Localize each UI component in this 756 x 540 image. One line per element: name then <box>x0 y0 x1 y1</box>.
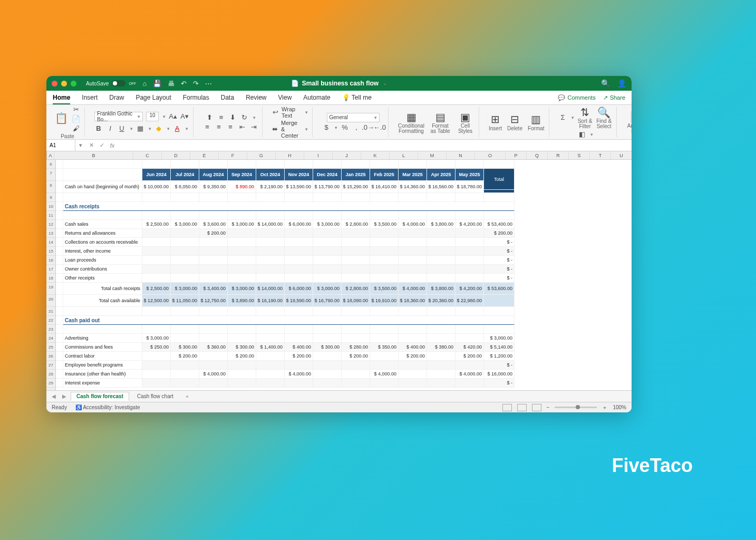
fill-color-icon[interactable]: ◆ <box>154 124 163 133</box>
orientation-icon[interactable]: ↻ <box>240 113 249 122</box>
cell[interactable]: $ 4,000.00 <box>285 370 313 379</box>
cell[interactable] <box>370 229 399 238</box>
cell[interactable] <box>399 193 427 202</box>
decrease-font-icon[interactable]: A▾ <box>180 112 189 121</box>
cell[interactable] <box>199 247 228 256</box>
cell[interactable] <box>370 238 399 247</box>
cell[interactable] <box>56 211 63 220</box>
cell[interactable] <box>56 229 63 238</box>
col-header-J[interactable]: J <box>333 151 361 159</box>
cell[interactable]: $ 5,140.00 <box>484 343 515 352</box>
cell[interactable] <box>313 256 342 265</box>
cell[interactable] <box>484 325 515 334</box>
cell[interactable] <box>399 325 427 334</box>
cell[interactable] <box>399 274 427 283</box>
cell[interactable] <box>427 193 455 202</box>
cell[interactable]: $ 4,000.00 <box>199 370 228 379</box>
row-header-18[interactable]: 18 <box>46 274 55 283</box>
cell[interactable]: $ 13,590.00 <box>285 181 313 193</box>
cell[interactable]: Total cash available <box>63 295 142 307</box>
cell[interactable] <box>256 229 285 238</box>
cell[interactable] <box>56 370 63 379</box>
tab-insert[interactable]: Insert <box>82 94 98 101</box>
cell[interactable]: $ 22,980.00 <box>455 295 484 307</box>
cell[interactable] <box>313 274 342 283</box>
cell[interactable] <box>399 334 427 343</box>
row-header-17[interactable]: 17 <box>46 265 55 274</box>
col-header-G[interactable]: G <box>247 151 276 159</box>
cell[interactable]: $ 12,500.00 <box>142 295 171 307</box>
col-header-Q[interactable]: Q <box>527 151 548 159</box>
cell[interactable]: $ 2,190.00 <box>256 181 285 193</box>
cell[interactable] <box>484 211 515 220</box>
cell[interactable]: $ 200.00 <box>228 352 256 361</box>
cell[interactable] <box>171 370 199 379</box>
cell[interactable] <box>228 307 256 316</box>
undo-icon[interactable]: ↶ <box>181 80 187 88</box>
cell[interactable]: Owner contributions <box>63 265 142 274</box>
cell[interactable]: $ 3,800.00 <box>427 283 455 295</box>
cell[interactable] <box>228 274 256 283</box>
cell[interactable]: $ 3,000.00 <box>313 220 342 229</box>
cell[interactable]: $ 3,000.00 <box>228 220 256 229</box>
align-right-icon[interactable]: ≡ <box>226 123 235 131</box>
cell[interactable] <box>63 160 142 169</box>
cell[interactable] <box>171 325 199 334</box>
cell[interactable] <box>455 361 484 370</box>
cell[interactable] <box>427 274 455 283</box>
cell[interactable] <box>455 247 484 256</box>
col-header-R[interactable]: R <box>548 151 569 159</box>
cell[interactable]: $ 15,290.00 <box>342 181 370 193</box>
cell[interactable]: $ 3,000.00 <box>142 334 171 343</box>
cell[interactable] <box>342 160 370 169</box>
cell[interactable] <box>256 325 285 334</box>
cell[interactable]: May 2025 <box>455 169 484 181</box>
fx-icon[interactable]: fx <box>107 142 118 149</box>
cell[interactable] <box>342 379 370 388</box>
cell[interactable] <box>56 247 63 256</box>
cell[interactable] <box>171 274 199 283</box>
cell[interactable] <box>455 211 484 220</box>
name-box-dropdown[interactable]: ▾ <box>75 142 86 149</box>
cell[interactable] <box>313 379 342 388</box>
cell[interactable] <box>171 256 199 265</box>
cell[interactable] <box>313 229 342 238</box>
cell[interactable]: $ 200.00 <box>484 229 515 238</box>
cell[interactable] <box>484 295 515 307</box>
cell[interactable]: $ 18,090.00 <box>342 295 370 307</box>
cell[interactable]: $ 2,800.00 <box>342 283 370 295</box>
cell[interactable] <box>256 379 285 388</box>
cell[interactable]: $ - <box>484 238 515 247</box>
tab-data[interactable]: Data <box>221 94 234 101</box>
cell[interactable] <box>399 379 427 388</box>
cell[interactable] <box>399 370 427 379</box>
cell[interactable]: $ 14,360.00 <box>399 181 427 193</box>
cell[interactable]: $ - <box>484 361 515 370</box>
tab-page-layout[interactable]: Page Layout <box>135 94 171 101</box>
cell[interactable] <box>427 229 455 238</box>
row-header-21[interactable]: 21 <box>46 307 55 316</box>
cell[interactable] <box>455 256 484 265</box>
cell[interactable] <box>199 274 228 283</box>
cell[interactable]: $ 8,050.00 <box>171 181 199 193</box>
cell[interactable]: $ 3,000.00 <box>313 283 342 295</box>
cell[interactable]: $ 300.00 <box>171 343 199 352</box>
cell[interactable] <box>342 238 370 247</box>
cell[interactable] <box>342 361 370 370</box>
cell[interactable]: Interest expense <box>63 379 142 388</box>
copy-icon[interactable]: 📄 <box>72 114 80 123</box>
fill-icon[interactable]: ◧ <box>578 130 586 139</box>
italic-icon[interactable]: I <box>106 124 114 133</box>
cell[interactable] <box>399 160 427 169</box>
tab-review[interactable]: Review <box>246 94 266 101</box>
sheet-tab-forecast[interactable]: Cash flow forecast <box>71 392 129 401</box>
cell[interactable] <box>63 211 142 220</box>
cell[interactable] <box>370 193 399 202</box>
cell[interactable] <box>199 307 228 316</box>
cell[interactable] <box>313 160 342 169</box>
format-painter-icon[interactable]: 🖌 <box>72 124 80 132</box>
col-header-P[interactable]: P <box>506 151 527 159</box>
cell[interactable]: $ - <box>484 379 515 388</box>
cell[interactable]: $ 4,000.00 <box>399 283 427 295</box>
cell[interactable] <box>285 256 313 265</box>
